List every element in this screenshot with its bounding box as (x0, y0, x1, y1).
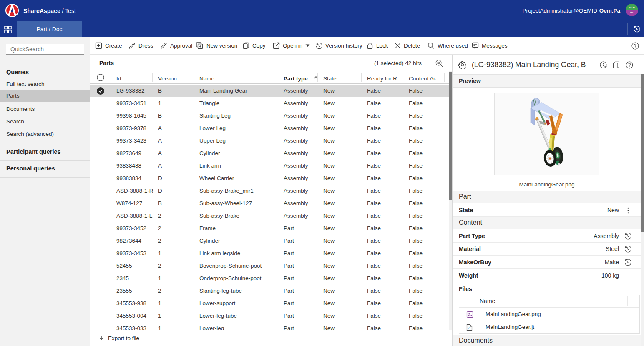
svg-text:?: ? (468, 326, 470, 329)
